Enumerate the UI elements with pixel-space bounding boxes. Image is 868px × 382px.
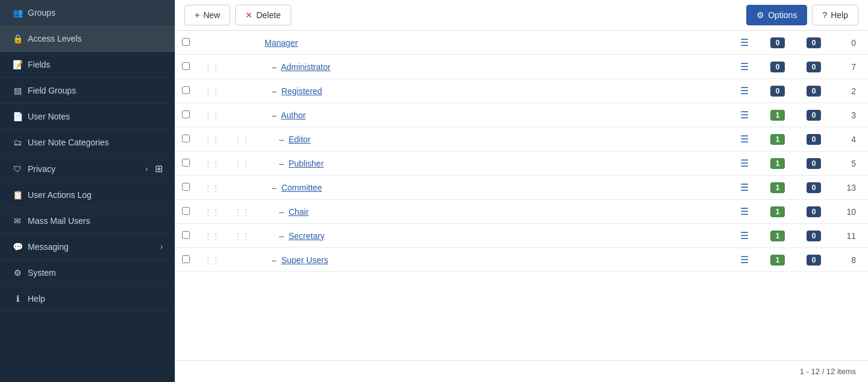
drag-handle-outer[interactable]: ⋮⋮	[197, 224, 227, 248]
row-checkbox-cell[interactable]	[175, 176, 197, 200]
badge-count2: 0	[807, 134, 821, 145]
indent-dash: –	[272, 183, 277, 193]
list-view-icon[interactable]: ☰	[740, 206, 749, 217]
row-list-icon-cell[interactable]: ☰	[729, 200, 760, 224]
row-checkbox-cell[interactable]	[175, 79, 197, 103]
sidebar-item-label: User Notes	[28, 112, 70, 121]
row-badge1-cell: 1	[760, 248, 796, 272]
sidebar-item-user-notes[interactable]: 📄 User Notes	[0, 104, 175, 130]
sidebar-item-user-note-categories[interactable]: 🗂 User Note Categories	[0, 130, 175, 156]
row-checkbox[interactable]	[182, 231, 190, 239]
row-checkbox-cell[interactable]	[175, 103, 197, 127]
sidebar-item-label: System	[28, 268, 56, 278]
drag-handle-outer[interactable]: ⋮⋮	[197, 200, 227, 224]
row-name-link[interactable]: Administrator	[281, 62, 330, 72]
row-number: 3	[851, 110, 856, 120]
row-checkbox[interactable]	[182, 110, 190, 118]
row-name-cell: – Author	[257, 103, 729, 127]
list-view-icon[interactable]: ☰	[740, 158, 749, 168]
row-checkbox-cell[interactable]	[175, 31, 197, 55]
row-checkbox-cell[interactable]	[175, 55, 197, 79]
row-checkbox[interactable]	[182, 207, 190, 215]
drag-handle-outer[interactable]: ⋮⋮	[197, 176, 227, 200]
row-list-icon-cell[interactable]: ☰	[729, 127, 760, 151]
indent-dash: –	[272, 255, 277, 265]
drag-handle-outer[interactable]: ⋮⋮	[197, 127, 227, 151]
delete-button[interactable]: ✕ Delete	[235, 5, 291, 25]
layers-icon: ▤	[12, 85, 23, 96]
sidebar-item-field-groups[interactable]: ▤ Field Groups	[0, 78, 175, 104]
row-name-link[interactable]: Chair	[289, 207, 309, 217]
row-name-link[interactable]: Committee	[281, 183, 322, 193]
new-button[interactable]: + New	[184, 5, 230, 25]
row-number: 13	[846, 183, 856, 193]
help-button[interactable]: ? Help	[812, 5, 858, 25]
row-list-icon-cell[interactable]: ☰	[729, 224, 760, 248]
sidebar-item-privacy[interactable]: 🛡 Privacy › ⊞	[0, 156, 175, 182]
sidebar-item-fields[interactable]: 📝 Fields	[0, 52, 175, 78]
drag-handle-outer[interactable]: ⋮⋮	[197, 248, 227, 272]
row-list-icon-cell[interactable]: ☰	[729, 79, 760, 103]
sidebar-item-mass-mail-users[interactable]: ✉ Mass Mail Users	[0, 208, 175, 234]
badge-count1: 0	[770, 62, 785, 72]
drag-handle-placeholder2	[227, 31, 257, 55]
row-checkbox-cell[interactable]	[175, 151, 197, 176]
row-name-link[interactable]: Author	[281, 110, 306, 120]
list-view-icon[interactable]: ☰	[740, 134, 749, 144]
list-view-icon[interactable]: ☰	[740, 37, 749, 48]
sidebar-item-user-actions-log[interactable]: 📋 User Actions Log	[0, 182, 175, 208]
row-name-link[interactable]: Secretary	[289, 231, 325, 241]
options-button[interactable]: ⚙ Options	[746, 5, 807, 25]
drag-handle-inner[interactable]: ⋮⋮	[227, 200, 257, 224]
x-icon: ✕	[245, 10, 253, 20]
row-name-link[interactable]: Editor	[289, 135, 311, 144]
sidebar-item-access-levels[interactable]: 🔒 Access Levels	[0, 26, 175, 52]
sidebar-item-messaging[interactable]: 💬 Messaging ›	[0, 234, 175, 260]
drag-handle-outer[interactable]: ⋮⋮	[197, 151, 227, 176]
sidebar: 👥 Groups 🔒 Access Levels 📝 Fields ▤ Fiel…	[0, 0, 175, 382]
row-list-icon-cell[interactable]: ☰	[729, 103, 760, 127]
row-checkbox-cell[interactable]	[175, 127, 197, 151]
row-checkbox-cell[interactable]	[175, 224, 197, 248]
row-list-icon-cell[interactable]: ☰	[729, 151, 760, 176]
delete-label: Delete	[256, 10, 280, 20]
list-view-icon[interactable]: ☰	[740, 182, 749, 193]
row-checkbox[interactable]	[182, 135, 190, 142]
row-list-icon-cell[interactable]: ☰	[729, 248, 760, 272]
row-list-icon-cell[interactable]: ☰	[729, 31, 760, 55]
row-number: 4	[851, 135, 856, 144]
row-checkbox-cell[interactable]	[175, 200, 197, 224]
drag-handle-outer[interactable]: ⋮⋮	[197, 79, 227, 103]
drag-dots-icon: ⋮⋮	[204, 63, 220, 72]
drag-dots-icon: ⋮⋮	[204, 232, 220, 241]
list-view-icon[interactable]: ☰	[740, 231, 749, 241]
row-checkbox[interactable]	[182, 86, 190, 94]
row-name-link[interactable]: Super Users	[281, 255, 329, 265]
list-view-icon[interactable]: ☰	[740, 255, 749, 265]
list-view-icon[interactable]: ☰	[740, 62, 749, 72]
sidebar-item-help[interactable]: ℹ Help	[0, 286, 175, 312]
drag-handle-inner[interactable]: ⋮⋮	[227, 151, 257, 176]
row-checkbox[interactable]	[182, 159, 190, 167]
drag-handle-inner[interactable]: ⋮⋮	[227, 127, 257, 151]
row-checkbox[interactable]	[182, 62, 190, 70]
drag-handle-outer[interactable]: ⋮⋮	[197, 55, 227, 79]
sidebar-item-groups[interactable]: 👥 Groups	[0, 0, 175, 26]
list-view-icon[interactable]: ☰	[740, 110, 749, 120]
row-number-cell: 10	[832, 200, 868, 224]
row-name-link[interactable]: Registered	[281, 86, 322, 96]
row-list-icon-cell[interactable]: ☰	[729, 55, 760, 79]
row-name-link[interactable]: Publisher	[289, 159, 324, 168]
row-checkbox-cell[interactable]	[175, 248, 197, 272]
row-number-cell: 5	[832, 151, 868, 176]
chevron-right-icon: ›	[160, 243, 163, 251]
row-name-link[interactable]: Manager	[265, 38, 298, 48]
row-list-icon-cell[interactable]: ☰	[729, 176, 760, 200]
row-checkbox[interactable]	[182, 38, 190, 46]
list-view-icon[interactable]: ☰	[740, 86, 749, 96]
row-checkbox[interactable]	[182, 183, 190, 191]
row-checkbox[interactable]	[182, 255, 190, 263]
sidebar-item-system[interactable]: ⚙ System	[0, 260, 175, 286]
drag-handle-outer[interactable]: ⋮⋮	[197, 103, 227, 127]
drag-handle-inner[interactable]: ⋮⋮	[227, 224, 257, 248]
